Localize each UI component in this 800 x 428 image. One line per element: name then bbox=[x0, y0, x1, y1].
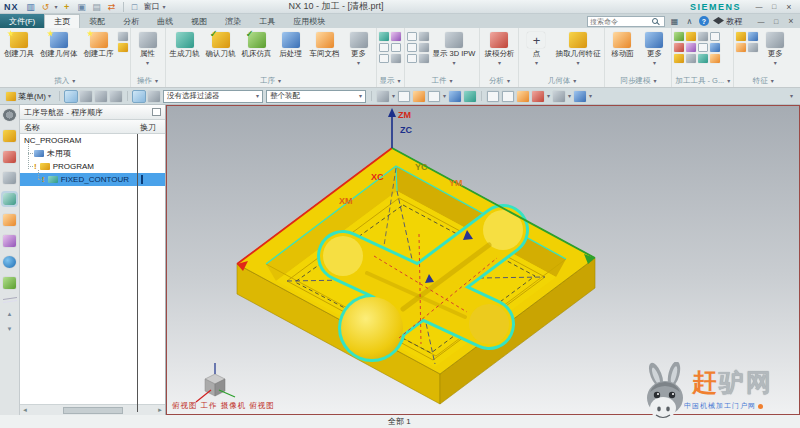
find-in-window-icon[interactable] bbox=[377, 91, 389, 102]
chevron-down-icon[interactable]: ▾ bbox=[589, 93, 592, 99]
doc-close-button[interactable] bbox=[784, 16, 798, 26]
synchronous-more-button[interactable]: 更多 ▾ bbox=[639, 31, 669, 67]
navigator-hscrollbar[interactable]: ◄ ► bbox=[20, 404, 165, 415]
chevron-down-icon[interactable]: ▾ bbox=[443, 93, 446, 99]
reuse-library-icon[interactable] bbox=[3, 235, 16, 247]
ribbon-group-synchronous-label[interactable]: 同步建模▾ bbox=[605, 74, 671, 87]
window-menu-caret-icon[interactable]: ▾ bbox=[163, 4, 166, 10]
create-tool-button[interactable]: 创建刀具 bbox=[2, 31, 36, 60]
undo-icon[interactable]: ↺ bbox=[40, 1, 52, 12]
batch-icon[interactable] bbox=[710, 54, 720, 63]
generate-toolpath-button[interactable]: 生成刀轨 bbox=[168, 31, 202, 60]
scroll-left-icon[interactable]: ◄ bbox=[22, 407, 28, 413]
tree-row-unused-items[interactable]: 未用项 bbox=[20, 147, 165, 160]
show-hide-icon[interactable] bbox=[449, 91, 461, 102]
copy-icon[interactable]: ▣ bbox=[76, 1, 88, 12]
select-body-icon[interactable] bbox=[110, 91, 122, 102]
fit-window-icon[interactable] bbox=[487, 91, 499, 102]
tree-row-nc-program[interactable]: NC_PROGRAM bbox=[20, 134, 165, 147]
scroll-down-icon[interactable]: ▼ bbox=[7, 326, 13, 332]
show-3d-ipw-button[interactable]: 显示 3D IPW ▾ bbox=[431, 31, 478, 67]
operation-navigator-icon[interactable] bbox=[3, 193, 16, 205]
paste-icon[interactable]: ▤ bbox=[91, 1, 103, 12]
snap-point-icon[interactable] bbox=[133, 91, 145, 102]
verify-toolpath-button[interactable]: 确认刀轨 bbox=[204, 31, 238, 60]
roles-gear-icon[interactable] bbox=[3, 109, 16, 121]
tab-curve[interactable]: 曲线 bbox=[148, 14, 182, 28]
tree-row-program[interactable]: PROGRAM bbox=[20, 160, 165, 173]
assembly-navigator-icon[interactable] bbox=[3, 130, 16, 142]
restore-button[interactable] bbox=[767, 2, 781, 12]
transform-icon[interactable] bbox=[686, 43, 696, 52]
optimize-icon[interactable] bbox=[698, 54, 708, 63]
view-indicator[interactable]: 俯视图 工作 摄像机 俯视图 bbox=[172, 401, 275, 411]
check-tool-icon[interactable] bbox=[674, 32, 684, 41]
tab-home[interactable]: 主页 bbox=[44, 14, 80, 28]
help-icon[interactable] bbox=[699, 16, 709, 26]
window-menu-button[interactable]: 窗口 bbox=[144, 1, 160, 12]
panel-pin-icon[interactable] bbox=[152, 108, 161, 116]
navigator-column-header[interactable]: 名称 换刀 bbox=[20, 120, 165, 134]
ribbon-group-display-label[interactable]: 显示▾ bbox=[377, 74, 404, 87]
flag-icon[interactable] bbox=[674, 43, 684, 52]
level-icon[interactable] bbox=[710, 43, 720, 52]
chevron-down-icon[interactable]: ▾ bbox=[547, 93, 550, 99]
view-orient-icon[interactable] bbox=[574, 91, 586, 102]
file-menu-button[interactable]: 文件(F) bbox=[0, 14, 44, 28]
show-2d-icon[interactable] bbox=[391, 43, 401, 52]
copy-operation-icon[interactable] bbox=[118, 32, 128, 41]
show-check-icon[interactable] bbox=[407, 43, 417, 52]
show-toolpath-icon[interactable] bbox=[379, 43, 389, 52]
feature-recognize-icon[interactable] bbox=[736, 32, 746, 41]
collapse-ribbon-icon[interactable]: ∧ bbox=[684, 16, 695, 27]
feature-find-icon[interactable] bbox=[748, 43, 758, 52]
ribbon-group-workpiece-label[interactable]: 工件▾ bbox=[405, 74, 480, 87]
tab-assemblies[interactable]: 装配 bbox=[80, 14, 114, 28]
move-object-icon[interactable] bbox=[413, 91, 425, 102]
draft-analysis-button[interactable]: 拔模分析 ▾ bbox=[482, 31, 516, 67]
note-icon[interactable] bbox=[698, 43, 708, 52]
tutorial-button[interactable]: 教程 bbox=[713, 16, 742, 27]
shaded-body-icon[interactable] bbox=[464, 91, 476, 102]
shop-documentation-button[interactable]: 车间文档 bbox=[308, 31, 342, 60]
ribbon-group-insert-label[interactable]: 插入▾ bbox=[0, 74, 130, 87]
tab-render[interactable]: 渲染 bbox=[216, 14, 250, 28]
chevron-down-icon[interactable]: ▾ bbox=[568, 93, 571, 99]
extract-geometry-button[interactable]: 抽取几何特征 ▾ bbox=[553, 31, 602, 67]
show-3d-icon[interactable] bbox=[379, 54, 389, 63]
show-part-icon[interactable] bbox=[407, 32, 417, 41]
ribbon-group-machining-tools-label[interactable]: 加工工具 - G...▾ bbox=[672, 74, 733, 87]
show-holder-icon[interactable] bbox=[419, 43, 429, 52]
rectangle-select-icon[interactable] bbox=[428, 91, 440, 102]
sheet-icon[interactable] bbox=[710, 32, 720, 41]
scroll-up-icon[interactable]: ▲ bbox=[7, 311, 13, 317]
command-finder-icon[interactable]: ▦ bbox=[669, 16, 680, 27]
menu-button[interactable]: 菜单(M) ▾ bbox=[3, 90, 54, 103]
machine-simulation-button[interactable]: 机床仿真 bbox=[240, 31, 274, 60]
tab-analysis[interactable]: 分析 bbox=[114, 14, 148, 28]
column-toolchange[interactable]: 换刀 bbox=[140, 122, 156, 133]
pattern-icon[interactable] bbox=[698, 32, 708, 41]
scroll-thumb[interactable] bbox=[63, 407, 123, 414]
history-palette-icon[interactable] bbox=[3, 277, 16, 289]
operation-more-button[interactable]: 更多 ▾ bbox=[344, 31, 374, 67]
snap-midpoint-icon[interactable] bbox=[148, 91, 160, 102]
select-all-icon[interactable] bbox=[398, 91, 410, 102]
column-divider[interactable] bbox=[137, 134, 138, 412]
select-face-icon[interactable] bbox=[80, 91, 92, 102]
feature-more-button[interactable]: 更多 ▾ bbox=[760, 31, 790, 67]
add-icon[interactable]: + bbox=[61, 1, 73, 12]
wireframe-icon[interactable] bbox=[532, 91, 544, 102]
web-browser-icon[interactable] bbox=[3, 256, 16, 268]
ribbon-group-geometry-label[interactable]: 几何体▾ bbox=[519, 74, 604, 87]
spline-display-icon[interactable] bbox=[391, 54, 401, 63]
selection-filter-dropdown[interactable]: 没有选择过滤器 ▾ bbox=[163, 90, 263, 103]
show-facet-icon[interactable] bbox=[419, 54, 429, 63]
ribbon-group-operation-label[interactable]: 工序▾ bbox=[166, 74, 376, 87]
swap-icon[interactable]: ⇄ bbox=[106, 1, 118, 12]
undo-dropdown-icon[interactable]: ▾ bbox=[55, 4, 58, 10]
save-icon[interactable]: ▥ bbox=[25, 1, 37, 12]
doc-minimize-button[interactable] bbox=[754, 16, 768, 26]
show-blank-icon[interactable] bbox=[419, 32, 429, 41]
paste-operation-icon[interactable] bbox=[118, 43, 128, 52]
